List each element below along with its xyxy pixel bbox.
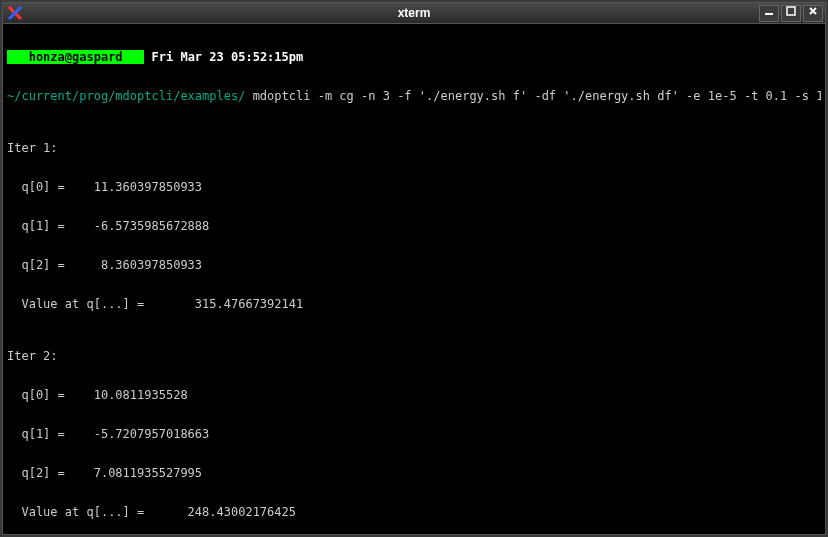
q-value: q[2] = 8.360397850933 <box>7 259 821 272</box>
svg-rect-3 <box>787 7 795 15</box>
iter-label: Iter 2: <box>7 350 821 363</box>
value-at-q: Value at q[...] = 315.47667392141 <box>7 298 821 311</box>
prompt-user: honza@gaspard <box>7 50 144 64</box>
iter-label: Iter 1: <box>7 142 821 155</box>
titlebar[interactable]: xterm <box>3 3 825 24</box>
xterm-window: xterm honza@gaspard Fri Mar 23 05:52:15p… <box>2 2 826 535</box>
q-value: q[1] = -5.7207957018663 <box>7 428 821 441</box>
q-value: q[2] = 7.0811935527995 <box>7 467 821 480</box>
q-value: q[0] = 11.360397850933 <box>7 181 821 194</box>
value-at-q: Value at q[...] = 248.43002176425 <box>7 506 821 519</box>
terminal-area[interactable]: honza@gaspard Fri Mar 23 05:52:15pm ~/cu… <box>7 25 821 530</box>
xterm-icon <box>7 5 23 21</box>
minimize-button[interactable] <box>759 5 779 22</box>
prompt-path: ~/current/prog/mdoptcli/examples/ <box>7 89 245 103</box>
command: mdoptcli -m cg -n 3 -f './energy.sh f' -… <box>245 89 821 103</box>
close-button[interactable] <box>803 5 823 22</box>
prompt-date: Fri Mar 23 05:52:15pm <box>144 50 303 64</box>
q-value: q[0] = 10.0811935528 <box>7 389 821 402</box>
q-value: q[1] = -6.5735985672888 <box>7 220 821 233</box>
window-buttons <box>759 5 823 22</box>
window-title: xterm <box>3 6 825 20</box>
maximize-button[interactable] <box>781 5 801 22</box>
